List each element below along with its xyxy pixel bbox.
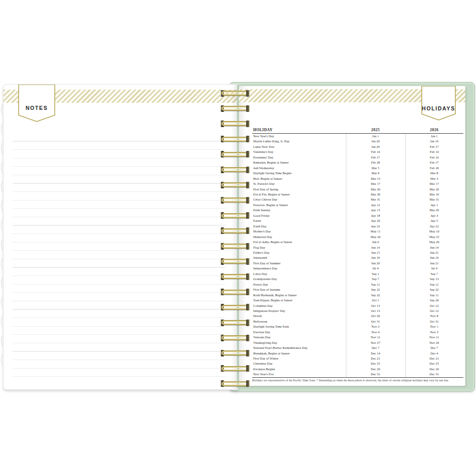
page-curl — [1, 257, 8, 271]
page-curl — [1, 122, 8, 136]
date-2025-cell: Mar 13 — [346, 176, 405, 181]
date-2025-cell: Sep 22 — [346, 287, 405, 292]
date-2026-cell: Mar 3 — [405, 176, 463, 181]
holiday-name-cell: Patriot Day — [253, 282, 268, 287]
holiday-name-cell: Flag Day — [253, 245, 265, 250]
date-2026-cell: Sep 7 — [405, 271, 463, 276]
page-curl — [1, 103, 8, 117]
holiday-name-cell: New Year's Eve — [253, 372, 273, 377]
table-row: First Day of AutumnSep 22Sep 22 — [252, 287, 463, 292]
date-2025-cell: Apr 12 — [346, 203, 405, 208]
table-row: Ramadan, Begins at SunsetFeb 28Feb 17 — [252, 160, 463, 165]
holiday-name-cell: Eid al-Adha, Begins at Sunset — [253, 240, 292, 245]
planner-spread: NOTES HOLIDAYS HOLIDAY 2025 2026 New Yea… — [0, 0, 476, 476]
table-row: New Year's EveDec 31Dec 31 — [252, 372, 463, 377]
holiday-name-cell: Father's Day — [253, 250, 269, 255]
table-row: Indigenous Peoples' DayOct 13Oct 12 — [252, 308, 463, 313]
date-2025-cell: Apr 18 — [346, 213, 405, 218]
table-row: César Chávez DayMar 31Mar 31 — [252, 197, 463, 202]
table-row: Election DayNov 4Nov 3 — [252, 330, 463, 335]
binding-wire — [221, 244, 249, 249]
holiday-name-cell: Lunar New Year — [253, 144, 274, 149]
table-row: Independence DayJul 4Jul 4 — [252, 266, 463, 271]
holiday-name-cell: Rosh Hashanah, Begins at Sunset — [253, 293, 297, 298]
holiday-name-cell: Grandparents Day — [253, 276, 277, 282]
table-row: Ash WednesdayMar 5Feb 18 — [252, 166, 463, 171]
holiday-name-cell: Memorial Day — [253, 234, 272, 240]
date-2025-cell: Mar 17 — [346, 181, 405, 186]
holiday-name-cell: Earth Day — [253, 224, 266, 229]
page-curl — [1, 141, 8, 155]
page-curl — [1, 353, 8, 367]
table-row: Flag DayJun 14Jun 14 — [252, 245, 463, 250]
binding-loop — [221, 228, 249, 233]
page-curl — [1, 334, 8, 348]
table-row: Daylight Saving Time EndsNov 2Nov 1 — [252, 324, 463, 329]
page-curl — [1, 161, 8, 175]
date-2025-cell: Jan 29 — [346, 144, 405, 149]
binding-wire — [221, 381, 249, 386]
table-row: DiwaliOct 20Nov 8 — [252, 313, 463, 319]
holiday-name-cell: Christmas Day — [253, 361, 272, 366]
holiday-name-cell: Eid al-Fitr, Begins at Sunset — [253, 192, 290, 197]
holiday-name-cell: Columbus Day — [253, 303, 273, 308]
table-row: Thanksgiving DayNov 27Nov 26 — [252, 340, 463, 345]
binding-loop — [221, 259, 249, 264]
notes-ribbon-shape — [18, 85, 55, 122]
date-2025-cell: Dec 21 — [346, 356, 405, 361]
date-2025-cell: Sep 1 — [346, 271, 405, 276]
table-row: JuneteenthJun 19Jun 19 — [252, 255, 463, 260]
table-row: First Day of SummerJun 20Jun 21 — [252, 261, 463, 266]
date-2025-cell: Mar 31 — [346, 197, 405, 202]
holiday-name-cell: Ash Wednesday — [253, 166, 274, 171]
binding-loop — [221, 320, 249, 325]
holiday-name-cell: Daylight Saving Time Ends — [253, 324, 289, 329]
holiday-name-cell: Yom Kippur, Begins at Sunset — [253, 298, 292, 303]
date-2025-cell: Mar 5 — [346, 166, 405, 171]
date-2026-cell: Sep 13 — [405, 276, 463, 282]
date-2026-cell: Sep 11 — [405, 293, 463, 298]
date-2025-cell: Nov 11 — [346, 335, 405, 340]
date-2025-cell: May 11 — [346, 229, 405, 234]
holiday-name-cell: Easter — [253, 218, 261, 223]
table-row: Patriot DaySep 11Sep 11 — [252, 282, 463, 287]
table-row: Daylight Saving Time BeginsMar 9Mar 8 — [252, 171, 463, 176]
binding-wire — [221, 182, 249, 187]
table-row: Christmas DayDec 25Dec 25 — [252, 361, 463, 366]
holiday-name-cell: First Day of Autumn — [253, 287, 280, 292]
binding-loop — [221, 121, 249, 126]
date-2026-cell: Jun 14 — [405, 245, 463, 250]
holiday-name-cell: Martin Luther King, Jr. Day — [253, 139, 290, 144]
binding-loop — [221, 274, 249, 279]
table-row: Veterans DayNov 11Nov 11 — [252, 335, 463, 340]
binding-loop — [221, 137, 249, 142]
date-2025-cell: Oct 20 — [346, 313, 405, 319]
date-2025-cell: Dec 7 — [346, 345, 405, 350]
date-2026-cell: Dec 7 — [405, 345, 463, 350]
holiday-name-cell: César Chávez Day — [253, 197, 277, 202]
holiday-name-cell: Daylight Saving Time Begins — [253, 171, 292, 176]
date-2025-cell: Apr 22 — [346, 224, 405, 229]
holiday-table-header: HOLIDAY 2025 2026 — [252, 126, 463, 134]
date-2025-cell: Jun 20 — [346, 261, 405, 266]
date-2026-cell: May 10 — [405, 229, 463, 234]
holiday-name-cell: Valentine's Day — [253, 149, 273, 154]
date-2026-cell: Apr 3 — [405, 213, 463, 218]
binding-wire — [221, 121, 249, 126]
date-2025-cell: Jan 1 — [346, 134, 405, 139]
page-curl — [1, 199, 8, 213]
notes-tab-label: NOTES — [18, 105, 55, 111]
binding-loop — [221, 197, 249, 203]
holiday-name-cell: Holi, Begins at Sunset — [253, 176, 282, 181]
date-2025-cell: Jun 14 — [346, 245, 405, 250]
holiday-name-cell: Labor Day — [253, 271, 267, 276]
date-2025-cell: Apr 20 — [346, 218, 405, 223]
holiday-name-cell: Hanukkah, Begins at Sunset — [253, 351, 290, 356]
binding-loop — [221, 244, 249, 249]
date-2026-cell: Mar 20 — [405, 187, 463, 192]
binding-wire — [221, 213, 249, 218]
table-row: Passover, Begins at SunsetApr 12Apr 1 — [252, 203, 463, 208]
date-2025-cell: Oct 31 — [346, 319, 405, 324]
holiday-name-cell: Ramadan, Begins at Sunset — [253, 160, 289, 165]
table-row: EasterApr 20Apr 5 — [252, 218, 463, 223]
